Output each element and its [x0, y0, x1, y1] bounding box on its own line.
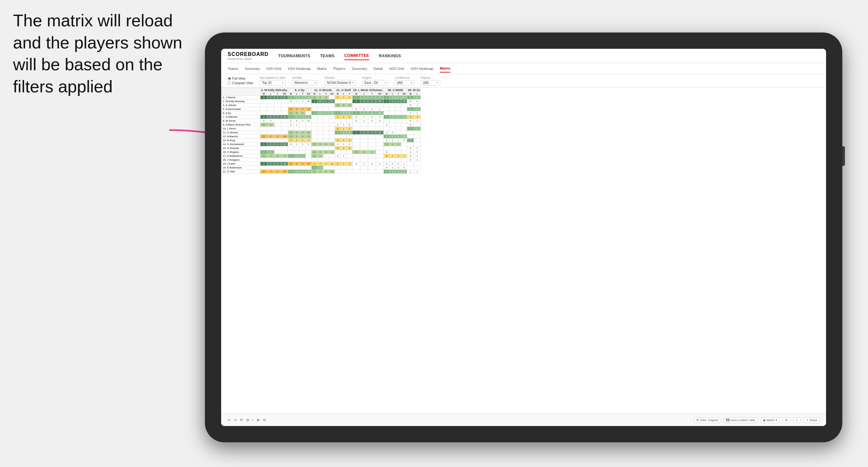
compact-view-option[interactable]: Compact View	[228, 81, 253, 85]
subnav-h2h-grid2[interactable]: H2H Grid	[389, 65, 404, 72]
undo-icon[interactable]: ↩	[228, 418, 230, 422]
matrix-cell	[323, 127, 329, 131]
compact-view-radio[interactable]	[228, 82, 231, 85]
matrix-cell: 0	[335, 143, 341, 146]
matrix-cell: 50	[329, 99, 335, 103]
nav-rankings[interactable]: RANKINGS	[379, 52, 401, 60]
refresh-icon[interactable]: ⟳	[240, 418, 243, 422]
matrix-cell: 0	[274, 135, 281, 138]
matrix-cell: -39	[281, 170, 288, 174]
matrix-cell: 2	[390, 154, 396, 158]
matrix-cell	[347, 170, 352, 174]
matrix-cell	[281, 103, 288, 107]
share-btn[interactable]: ↗ Share	[804, 417, 819, 423]
division-select[interactable]: NCAA Division II	[324, 80, 355, 86]
nav-teams[interactable]: TEAMS	[320, 52, 335, 60]
subnav-matrix[interactable]: Matrix	[317, 65, 327, 72]
subnav-matrix2[interactable]: Matrix	[440, 65, 450, 72]
matrix-cell	[376, 103, 384, 107]
gender-select[interactable]: Women's	[292, 80, 318, 86]
matrix-cell	[396, 111, 401, 115]
matrix-cell: 2	[407, 96, 414, 99]
matrix-cell	[352, 127, 360, 131]
matrix-cell: 1	[407, 111, 414, 115]
matrix-cell	[376, 146, 384, 150]
matrix-cell: 0	[323, 96, 329, 99]
subnav-detail[interactable]: Detail	[374, 65, 383, 72]
matrix-cell: 8	[376, 119, 384, 123]
matrix-cell: 0	[323, 150, 329, 154]
matrix-cell: 1	[312, 150, 317, 154]
player-name: 9. A Maria Jimenez Rios	[221, 123, 260, 127]
zoom-in-icon[interactable]: ⊕	[257, 418, 259, 422]
full-view-radio[interactable]	[228, 77, 231, 80]
region-select[interactable]: East - DII	[362, 80, 388, 86]
matrix-cell: 0	[384, 150, 390, 154]
matrix-cell	[317, 107, 323, 111]
nav-tournaments[interactable]: TOURNAMENTS	[278, 52, 311, 60]
sub-l-1: L	[267, 92, 274, 96]
matrix-cell	[294, 127, 300, 131]
player-name: 8. M Torres	[221, 119, 260, 123]
matrix-cell: 0	[368, 131, 376, 135]
subnav-summary2[interactable]: Summary	[352, 65, 367, 72]
matrix-cell: 0	[288, 99, 294, 103]
matrix-cell: 0	[274, 143, 281, 146]
watch-btn[interactable]: ◉ Watch ▾	[761, 417, 779, 423]
nav-committee[interactable]: COMMITTEE	[344, 52, 369, 60]
expand-btn[interactable]: ⤢	[793, 417, 800, 423]
matrix-cell: 1	[414, 154, 421, 158]
matrix-cell	[323, 123, 329, 127]
matrix-cell: 1	[267, 162, 274, 166]
logo-subtitle: Powered by clippd	[228, 57, 269, 61]
group-header-4: 21. O Stoll	[335, 88, 352, 92]
subnav-h2h-grid[interactable]: H2H Grid	[266, 65, 281, 72]
matrix-cell: 0	[300, 111, 306, 115]
subnav-summary[interactable]: Summary	[245, 65, 260, 72]
subnav-teams[interactable]: Teams	[228, 65, 238, 72]
sub-t-6: T	[396, 92, 401, 96]
matrix-cell	[267, 166, 274, 170]
matrix-cell	[306, 103, 312, 107]
matrix-cell	[300, 146, 306, 150]
matrix-cell	[323, 146, 329, 150]
subnav-h2h-heatmap[interactable]: H2H Heatmap	[288, 65, 311, 72]
redo-icon[interactable]: ↪	[234, 418, 237, 422]
conference-select[interactable]: (All)	[395, 80, 414, 86]
full-view-option[interactable]: Full View	[228, 77, 253, 80]
matrix-cell: 1	[384, 123, 390, 127]
subnav-players[interactable]: Players	[333, 65, 345, 72]
matrix-cell: 0	[294, 154, 300, 158]
matrix-cell: 0	[274, 170, 281, 174]
max-players-select[interactable]: Top 25	[259, 80, 285, 86]
matrix-cell	[368, 138, 376, 143]
matrix-cell: -20	[306, 162, 312, 166]
reset-icon[interactable]: ⟲	[263, 418, 266, 422]
matrix-cell	[376, 154, 384, 158]
matrix-cell: 14	[317, 111, 323, 115]
matrix-cell: 27	[281, 96, 288, 99]
view-original-btn[interactable]: 👁 View: Original	[694, 417, 720, 423]
options-btn[interactable]: ⚙	[783, 417, 790, 423]
matrix-cell: 45	[401, 99, 407, 103]
zoom-out-icon[interactable]: ⊖	[246, 418, 249, 422]
matrix-table-area[interactable]: 2. M Kelly Mulcahy 6. A Dy 11. G Woods 2…	[221, 88, 826, 414]
matrix-cell	[414, 143, 421, 146]
matrix-cell: 0	[317, 162, 323, 166]
matrix-cell: 4	[376, 162, 384, 166]
subnav-h2h-heatmap2[interactable]: H2H Heatmap	[411, 65, 434, 72]
matrix-cell: 0	[300, 119, 306, 123]
watch-chevron: ▾	[776, 418, 777, 422]
matrix-cell: 1	[414, 107, 421, 111]
matrix-cell: 1	[288, 107, 294, 111]
players-select[interactable]: (All)	[421, 80, 440, 86]
matrix-cell: 1	[414, 103, 421, 107]
matrix-cell: 2	[312, 166, 317, 170]
matrix-cell	[384, 107, 390, 111]
save-custom-btn[interactable]: 💾 Save Custom View	[723, 417, 757, 423]
sub-l-7: L	[414, 92, 421, 96]
matrix-cell: 0	[300, 135, 306, 138]
matrix-cell	[260, 131, 267, 135]
matrix-cell	[347, 154, 352, 158]
matrix-cell: 0	[300, 107, 306, 111]
